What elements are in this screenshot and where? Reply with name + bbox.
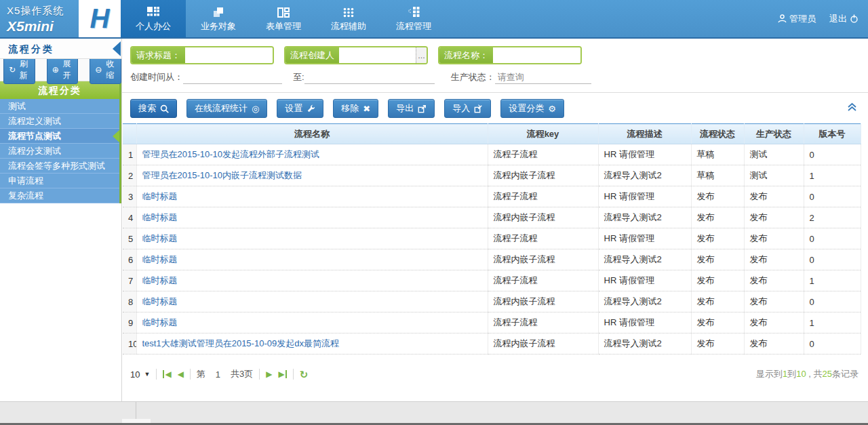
process-creator-label: 流程创建人 bbox=[285, 47, 339, 63]
process-link[interactable]: 临时标题 bbox=[142, 317, 178, 327]
col-process-status[interactable]: 流程状态 bbox=[691, 124, 744, 144]
export-button[interactable]: 导出 bbox=[388, 99, 435, 118]
table-row[interactable]: 5 临时标题 流程子流程 HR 请假管理 发布 发布 0 bbox=[123, 228, 861, 249]
import-button[interactable]: 导入 bbox=[444, 99, 491, 118]
process-link[interactable]: 管理员在2015-10-10发起流程外部子流程测试 bbox=[142, 149, 320, 159]
process-link[interactable]: 临时标题 bbox=[142, 275, 178, 285]
cell-prod: 发布 bbox=[744, 270, 804, 291]
table-row[interactable]: 6 临时标题 流程内嵌子流程 流程导入测试2 发布 发布 0 bbox=[123, 249, 861, 270]
tab-personal-office[interactable]: 个人办公 bbox=[121, 0, 186, 37]
col-process-name[interactable]: 流程名称 bbox=[136, 124, 488, 144]
gear-icon: ⚙ bbox=[548, 104, 556, 113]
sidebar-item-complex-process[interactable]: 复杂流程 bbox=[0, 188, 119, 203]
process-creator-filter: 流程创建人 … bbox=[284, 46, 428, 64]
col-version[interactable]: 版本号 bbox=[804, 124, 861, 144]
process-table: 流程名称 流程key 流程描述 流程状态 生产状态 版本号 1 管理员在2015… bbox=[123, 123, 861, 355]
process-link[interactable]: 临时标题 bbox=[142, 212, 178, 222]
sidebar-item-process-branch-test[interactable]: 流程分支测试 bbox=[0, 144, 119, 159]
process-link[interactable]: test1大雄测试管理员在2015-10-09发起dx最简流程 bbox=[142, 338, 339, 348]
sidebar-item-process-node-test[interactable]: 流程节点测试 bbox=[0, 129, 119, 144]
refresh-button[interactable]: ↻ 刷新 bbox=[3, 56, 35, 84]
panel-title-text: 流程分类 bbox=[8, 43, 54, 54]
col-process-desc[interactable]: 流程描述 bbox=[598, 124, 691, 144]
tab-form-management[interactable]: 表单管理 bbox=[251, 0, 316, 37]
cell-desc: 流程导入测试2 bbox=[598, 249, 691, 270]
tab-process-assist[interactable]: 流程辅助 bbox=[316, 0, 381, 37]
page-size-select[interactable]: 10 ▼ bbox=[130, 369, 150, 380]
cell-key: 流程子流程 bbox=[488, 186, 598, 207]
target-icon: ◎ bbox=[252, 104, 259, 113]
prev-page-button[interactable]: ◀ bbox=[178, 370, 184, 378]
table-row[interactable]: 2 管理员在2015-10-10内嵌子流程测试数据 流程内嵌子流程 流程导入测试… bbox=[123, 165, 861, 186]
expand-button[interactable]: ⊕ 展开 bbox=[47, 56, 79, 84]
top-navbar: X5操作系统 X5mini H 个人办公 业务对象 bbox=[0, 0, 868, 39]
process-link[interactable]: 临时标题 bbox=[142, 191, 178, 201]
user-name: 管理员 bbox=[789, 13, 816, 25]
current-user[interactable]: 管理员 bbox=[778, 13, 816, 25]
online-stats-button[interactable]: 在线流程统计 ◎ bbox=[186, 99, 267, 118]
request-title-filter: 请求标题： bbox=[130, 46, 274, 64]
divider bbox=[293, 369, 294, 380]
cell-status: 发布 bbox=[691, 186, 744, 207]
col-process-key[interactable]: 流程key bbox=[488, 124, 598, 144]
prod-status-input[interactable] bbox=[495, 70, 591, 84]
next-page-button[interactable]: ▶ bbox=[266, 370, 272, 378]
first-page-button[interactable]: ◀ bbox=[163, 370, 171, 378]
collapse-panel-chevron-icon[interactable] bbox=[847, 102, 857, 112]
page-prefix-label: 第 bbox=[197, 368, 205, 380]
tab-process-management[interactable]: 流程管理 bbox=[381, 0, 446, 37]
cell-prod: 测试 bbox=[744, 144, 804, 165]
user-icon bbox=[778, 14, 787, 23]
reload-icon[interactable]: ↻ bbox=[300, 369, 309, 380]
remove-button[interactable]: 移除 ✖ bbox=[333, 99, 378, 118]
sidebar-item-apply-process[interactable]: 申请流程 bbox=[0, 174, 119, 188]
sidebar-item-test[interactable]: 测试 bbox=[0, 99, 119, 114]
cell-version: 2 bbox=[804, 207, 861, 228]
process-creator-input[interactable] bbox=[339, 47, 416, 63]
process-name-input[interactable] bbox=[493, 47, 580, 63]
table-row[interactable]: 10 test1大雄测试管理员在2015-10-09发起dx最简流程 流程内嵌子… bbox=[123, 333, 861, 355]
search-button[interactable]: 搜索 bbox=[130, 99, 177, 118]
process-name-filter: 流程名称： bbox=[438, 46, 582, 64]
table-row[interactable]: 7 临时标题 流程子流程 HR 请假管理 发布 发布 1 bbox=[123, 270, 861, 291]
collapse-button[interactable]: ⊖ 收缩 bbox=[90, 56, 121, 84]
process-link[interactable]: 临时标题 bbox=[142, 254, 178, 264]
table-row[interactable]: 4 临时标题 流程内嵌子流程 流程导入测试2 发布 发布 2 bbox=[123, 207, 861, 228]
set-category-button[interactable]: 设置分类 ⚙ bbox=[500, 99, 564, 118]
page-number-input[interactable]: 1 bbox=[212, 369, 224, 380]
tab-business-object[interactable]: 业务对象 bbox=[186, 0, 251, 37]
creator-picker-button[interactable]: … bbox=[416, 47, 427, 63]
tab-label: 个人办公 bbox=[136, 20, 171, 33]
last-page-button[interactable]: ▶ bbox=[279, 370, 287, 378]
cell-key: 流程内嵌子流程 bbox=[488, 165, 598, 186]
to-label: 至: bbox=[293, 71, 304, 83]
process-link[interactable]: 临时标题 bbox=[142, 233, 178, 243]
cell-prod: 发布 bbox=[744, 249, 804, 270]
cell-desc: HR 请假管理 bbox=[598, 144, 691, 165]
table-row[interactable]: 8 临时标题 流程内嵌子流程 流程导入测试2 发布 发布 0 bbox=[123, 291, 861, 312]
cell-prod: 发布 bbox=[744, 186, 804, 207]
cell-key: 流程子流程 bbox=[488, 144, 598, 165]
cell-key: 流程子流程 bbox=[488, 270, 598, 291]
cell-version: 0 bbox=[804, 228, 861, 249]
panel-collapse-arrow-icon[interactable] bbox=[113, 41, 121, 56]
cell-desc: HR 请假管理 bbox=[598, 186, 691, 207]
created-from-input[interactable] bbox=[183, 70, 282, 84]
table-row[interactable]: 3 临时标题 流程子流程 HR 请假管理 发布 发布 0 bbox=[123, 186, 861, 207]
process-link[interactable]: 临时标题 bbox=[142, 296, 178, 306]
row-number: 7 bbox=[123, 270, 136, 291]
import-icon bbox=[474, 104, 483, 113]
created-to-input[interactable] bbox=[304, 70, 435, 84]
settings-button[interactable]: 设置 bbox=[277, 99, 323, 118]
sidebar-item-process-definition-test[interactable]: 流程定义测试 bbox=[0, 114, 119, 129]
col-num bbox=[123, 124, 136, 144]
cell-status: 草稿 bbox=[691, 165, 744, 186]
table-row[interactable]: 1 管理员在2015-10-10发起流程外部子流程测试 流程子流程 HR 请假管… bbox=[123, 144, 861, 165]
sidebar-item-process-countersign-test[interactable]: 流程会签等多种形式测试 bbox=[0, 159, 119, 174]
process-link[interactable]: 管理员在2015-10-10内嵌子流程测试数据 bbox=[142, 170, 302, 180]
logout-button[interactable]: 退出 bbox=[829, 13, 859, 25]
col-prod-status[interactable]: 生产状态 bbox=[744, 124, 804, 144]
row-number: 4 bbox=[123, 207, 136, 228]
request-title-input[interactable] bbox=[185, 47, 273, 63]
table-row[interactable]: 9 临时标题 流程子流程 HR 请假管理 发布 发布 1 bbox=[123, 312, 861, 333]
